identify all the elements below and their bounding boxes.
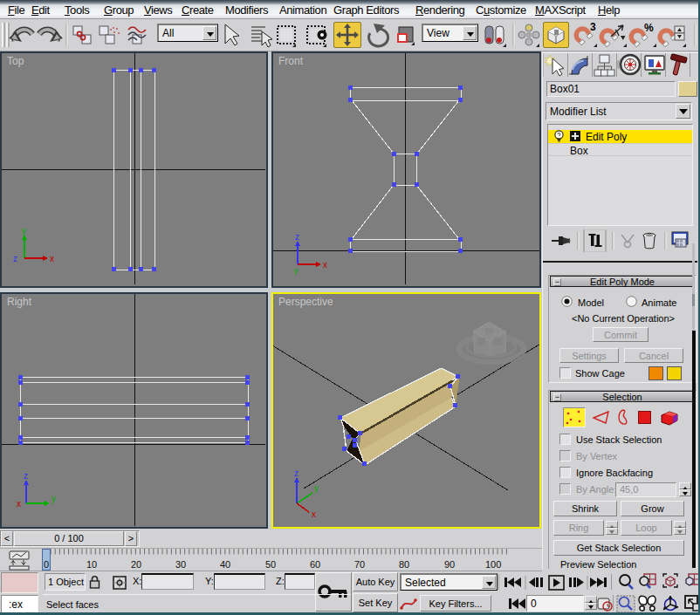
svg-text:z: z [295,232,299,242]
svg-text:z: z [13,254,17,263]
svg-text:x: x [323,260,327,270]
svg-text:z: z [24,471,28,481]
svg-text:y: y [314,483,319,493]
svg-text:y: y [51,494,56,503]
svg-text:y: y [22,226,26,236]
svg-text:y: y [294,266,299,275]
svg-text:x: x [17,499,21,509]
svg-text:x: x [50,254,54,263]
svg-text:z: z [294,468,299,478]
svg-text:x: x [312,509,316,519]
svg-text:%: % [644,22,654,34]
svg-text:3: 3 [590,21,596,33]
